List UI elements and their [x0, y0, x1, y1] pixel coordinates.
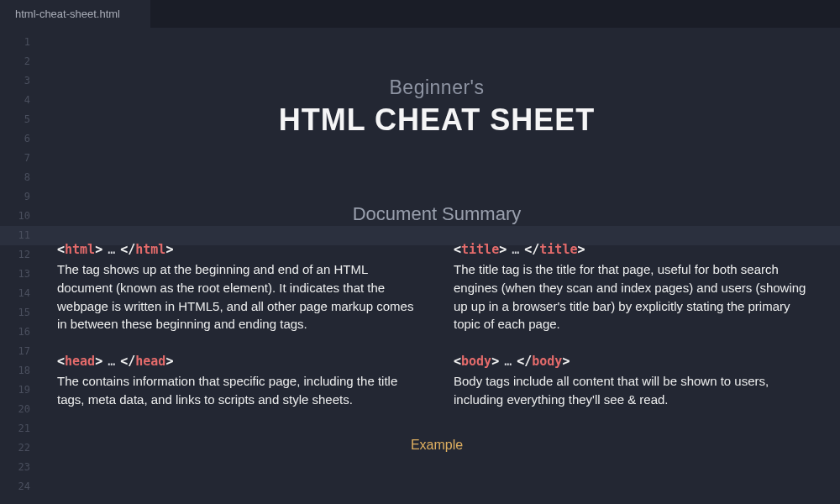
tag-entry: <head>…</head> The contains information …: [57, 354, 420, 409]
line-number: 12: [0, 245, 30, 265]
line-number: 13: [0, 265, 30, 284]
line-number: 21: [0, 419, 30, 438]
line-number: 6: [0, 129, 30, 149]
editor-area[interactable]: Beginner's HTML CHEAT SHEET Document Sum…: [40, 28, 840, 504]
tag-entry: <html>…</html> The tag shows up at the b…: [57, 242, 420, 333]
tag-entry: <body>…</body> Body tags include all con…: [454, 354, 816, 409]
tag-signature: <html>…</html>: [57, 242, 420, 257]
line-number: 10: [0, 207, 30, 226]
section-heading: Document Summary: [57, 204, 816, 223]
tag-description: The contains information that specific p…: [57, 372, 420, 409]
line-number: 8: [0, 168, 30, 187]
line-number: 3: [0, 71, 30, 91]
page-title: HTML CHEAT SHEET: [57, 102, 816, 138]
line-number: 19: [0, 381, 30, 400]
line-number: 11: [0, 226, 30, 245]
tag-description: The tag shows up at the beginning and en…: [57, 260, 420, 333]
line-number: 14: [0, 284, 30, 303]
line-number: 7: [0, 149, 30, 168]
line-number: 4: [0, 91, 30, 110]
line-number: 24: [0, 477, 30, 496]
example-label: Example: [57, 438, 816, 453]
tag-signature: <body>…</body>: [454, 354, 816, 369]
tag-entry: <title>…</title> The title tag is the ti…: [454, 242, 816, 333]
tag-signature: <head>…</head>: [57, 354, 420, 369]
line-gutter: 123456789101112131415161718192021222324: [0, 28, 40, 504]
entries-grid: <html>…</html> The tag shows up at the b…: [57, 242, 816, 429]
tab-file[interactable]: html-cheat-sheet.html: [0, 0, 151, 28]
line-number: 5: [0, 110, 30, 129]
line-number: 16: [0, 323, 30, 342]
tag-description: Body tags include all content that will …: [454, 372, 816, 409]
tab-filename: html-cheat-sheet.html: [15, 8, 120, 20]
line-number: 18: [0, 361, 30, 381]
line-number: 15: [0, 303, 30, 323]
supertitle: Beginner's: [57, 76, 816, 99]
line-number: 1: [0, 33, 30, 52]
line-number: 9: [0, 187, 30, 207]
line-number: 2: [0, 52, 30, 71]
line-number: 17: [0, 342, 30, 361]
tab-bar: html-cheat-sheet.html: [0, 0, 840, 28]
tag-signature: <title>…</title>: [454, 242, 816, 257]
tag-description: The title tag is the title for that page…: [454, 260, 816, 333]
line-number: 20: [0, 400, 30, 419]
line-number: 23: [0, 458, 30, 477]
line-number: 22: [0, 438, 30, 458]
